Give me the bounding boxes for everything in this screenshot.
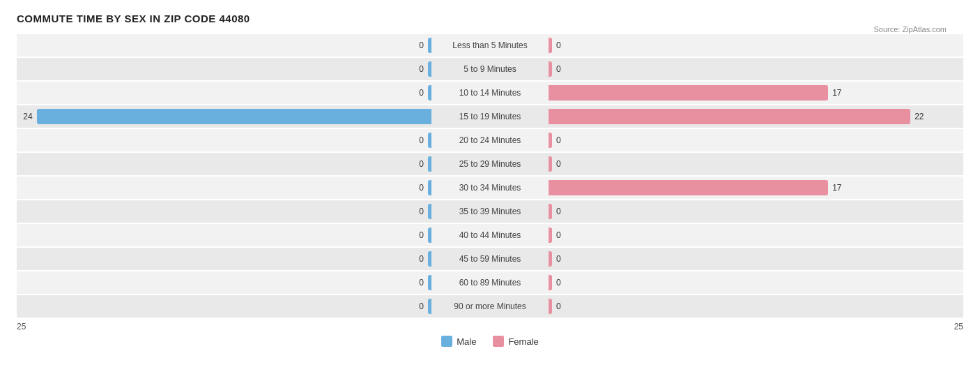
left-side: 0: [17, 271, 434, 294]
right-side: 0: [546, 271, 963, 294]
right-side: 0: [546, 224, 963, 246]
left-side: 0: [17, 153, 434, 175]
female-bar: [549, 133, 552, 148]
left-side: 0: [17, 58, 434, 80]
right-side: 0: [546, 58, 963, 80]
row-label: 45 to 59 Minutes: [434, 254, 546, 264]
legend-male-label: Male: [457, 336, 476, 347]
female-bar: [549, 85, 828, 100]
right-side: 17: [546, 82, 963, 104]
male-value: 0: [410, 40, 424, 50]
female-bar: [549, 228, 552, 243]
male-value: 0: [410, 135, 424, 145]
right-side: 0: [546, 34, 963, 57]
female-bar: [549, 156, 552, 172]
female-value: 17: [832, 88, 846, 98]
male-bar: [428, 85, 431, 100]
legend-female-box: [493, 336, 504, 347]
female-bar: [549, 180, 828, 195]
male-value: 0: [410, 183, 424, 193]
bar-row: 040 to 44 Minutes0: [17, 224, 963, 246]
left-side: 0: [17, 224, 434, 246]
female-value: 0: [556, 64, 570, 74]
left-side: 24: [17, 105, 434, 128]
female-value: 22: [914, 112, 928, 121]
bar-row: 090 or more Minutes0: [17, 295, 963, 318]
male-bar: [428, 228, 431, 243]
male-bar: [428, 38, 431, 53]
female-bar: [549, 299, 552, 314]
left-side: 0: [17, 129, 434, 151]
male-value: 0: [410, 159, 424, 169]
female-bar: [549, 251, 552, 267]
left-side: 0: [17, 177, 434, 199]
female-bar: [549, 61, 552, 77]
bar-row: 025 to 29 Minutes0: [17, 153, 963, 175]
female-value: 0: [556, 207, 570, 216]
female-value: 0: [556, 301, 570, 311]
left-side: 0: [17, 248, 434, 270]
axis-row: 25 25: [17, 322, 963, 332]
legend-male: Male: [441, 336, 476, 347]
row-label: Less than 5 Minutes: [434, 40, 546, 50]
source-label: Source: ZipAtlas.com: [873, 25, 947, 33]
male-bar: [428, 61, 431, 77]
male-bar: [428, 180, 431, 195]
male-bar: [428, 251, 431, 267]
male-bar: [428, 133, 431, 148]
female-bar: [549, 275, 552, 290]
female-value: 0: [556, 40, 570, 50]
legend-male-box: [441, 336, 452, 347]
female-bar: [549, 204, 552, 219]
axis-right: 25: [954, 322, 963, 332]
row-label: 10 to 14 Minutes: [434, 88, 546, 98]
right-side: 0: [546, 295, 963, 318]
row-label: 90 or more Minutes: [434, 301, 546, 311]
male-value: 0: [410, 207, 424, 216]
left-side: 0: [17, 82, 434, 104]
male-bar: [428, 156, 431, 172]
legend-female: Female: [493, 336, 538, 347]
left-side: 0: [17, 34, 434, 57]
male-bar: [428, 204, 431, 219]
bar-row: 020 to 24 Minutes0: [17, 129, 963, 151]
female-value: 0: [556, 159, 570, 169]
right-side: 0: [546, 153, 963, 175]
chart-title: COMMUTE TIME BY SEX IN ZIP CODE 44080: [17, 13, 963, 24]
bar-row: 05 to 9 Minutes0: [17, 58, 963, 80]
bar-row: 0Less than 5 Minutes0: [17, 34, 963, 57]
male-value: 0: [410, 88, 424, 98]
left-side: 0: [17, 200, 434, 223]
bar-row: 060 to 89 Minutes0: [17, 271, 963, 294]
row-label: 35 to 39 Minutes: [434, 207, 546, 216]
chart-area: 0Less than 5 Minutes005 to 9 Minutes0010…: [17, 34, 963, 318]
female-bar: [549, 38, 552, 53]
male-bar: [428, 299, 431, 314]
male-value: 0: [410, 278, 424, 288]
female-value: 17: [832, 183, 846, 193]
row-label: 40 to 44 Minutes: [434, 230, 546, 240]
male-bar: [428, 275, 431, 290]
row-label: 5 to 9 Minutes: [434, 64, 546, 74]
right-side: 22: [546, 105, 963, 128]
female-value: 0: [556, 230, 570, 240]
left-side: 0: [17, 295, 434, 318]
female-bar: [549, 109, 910, 124]
male-value: 0: [410, 230, 424, 240]
male-value: 24: [19, 112, 33, 121]
right-side: 0: [546, 200, 963, 223]
bar-row: 030 to 34 Minutes17: [17, 177, 963, 199]
right-side: 0: [546, 248, 963, 270]
female-value: 0: [556, 278, 570, 288]
axis-left: 25: [17, 322, 26, 332]
male-value: 0: [410, 254, 424, 264]
right-side: 17: [546, 177, 963, 199]
female-value: 0: [556, 135, 570, 145]
row-label: 15 to 19 Minutes: [434, 112, 546, 121]
male-bar: [37, 109, 431, 124]
row-label: 20 to 24 Minutes: [434, 135, 546, 145]
female-value: 0: [556, 254, 570, 264]
bar-row: 2415 to 19 Minutes22: [17, 105, 963, 128]
legend: Male Female: [17, 336, 963, 347]
male-value: 0: [410, 64, 424, 74]
